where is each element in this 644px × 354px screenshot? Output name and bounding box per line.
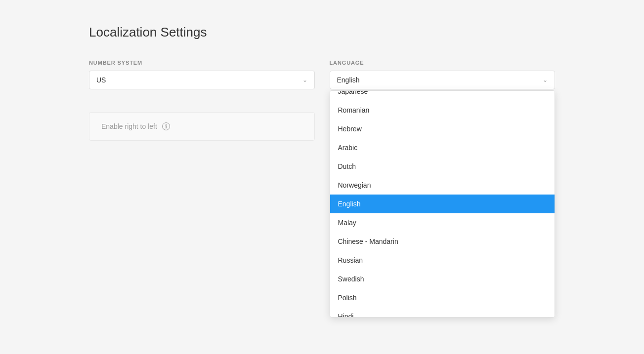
language-label: LANGUAGE — [330, 60, 556, 66]
language-option[interactable]: Polish — [330, 288, 555, 307]
language-option[interactable]: Romanian — [330, 101, 555, 119]
language-dropdown-list: FrenchGermanDanishFinnishPortugueseItali… — [330, 90, 556, 317]
rtl-box: Enable right to left ℹ — [89, 112, 315, 141]
language-option[interactable]: Chinese - Mandarin — [330, 232, 555, 251]
language-option[interactable]: Japanese — [330, 90, 555, 101]
language-group: LANGUAGE English ⌄ FrenchGermanDanishFin… — [330, 60, 556, 89]
number-system-group: NUMBER SYSTEM US ⌄ Enable right to left … — [89, 60, 315, 141]
language-value: English — [337, 76, 360, 84]
language-chevron-icon: ⌄ — [543, 77, 548, 83]
page-title: Localization Settings — [89, 25, 555, 40]
language-option[interactable]: Hebrew — [330, 119, 555, 138]
settings-grid: NUMBER SYSTEM US ⌄ Enable right to left … — [89, 60, 555, 141]
number-system-chevron-icon: ⌄ — [302, 77, 307, 83]
rtl-label: Enable right to left — [101, 122, 157, 130]
language-option[interactable]: Norwegian — [330, 176, 555, 195]
page-container: Localization Settings NUMBER SYSTEM US ⌄… — [0, 0, 644, 354]
number-system-label: NUMBER SYSTEM — [89, 60, 315, 66]
language-option[interactable]: English — [330, 195, 555, 213]
language-option[interactable]: Arabic — [330, 138, 555, 157]
rtl-info-icon[interactable]: ℹ — [162, 122, 170, 130]
number-system-value: US — [96, 76, 106, 84]
language-option[interactable]: Malay — [330, 213, 555, 232]
language-option[interactable]: Russian — [330, 251, 555, 270]
language-option[interactable]: Swedish — [330, 270, 555, 288]
language-option[interactable]: Hindi — [330, 307, 555, 317]
language-select[interactable]: English ⌄ — [330, 71, 556, 89]
number-system-select[interactable]: US ⌄ — [89, 71, 315, 89]
language-option[interactable]: Dutch — [330, 157, 555, 176]
